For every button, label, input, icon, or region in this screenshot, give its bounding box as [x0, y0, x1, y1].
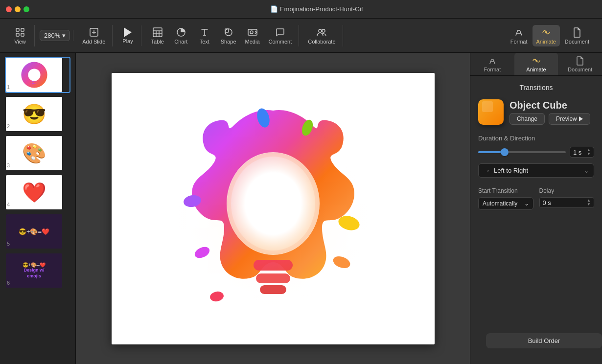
document-tab-button[interactable]: Document	[561, 25, 593, 46]
svg-rect-2	[16, 33, 19, 36]
transition-buttons: Change Preview	[509, 113, 590, 125]
toolbar-panel-group: Format Animate Document	[504, 25, 596, 46]
title-file-icon: 📄	[270, 5, 280, 13]
text-label: Text	[200, 39, 209, 45]
close-button[interactable]	[6, 6, 12, 12]
delay-value[interactable]: 0 s ▲ ▼	[539, 197, 595, 208]
add-slide-button[interactable]: Add Slide	[78, 25, 109, 46]
slider-thumb[interactable]	[501, 148, 509, 156]
title-bar: 📄 Emojination-Product-Hunt-Gif	[0, 0, 602, 19]
build-order-button[interactable]: Build Order	[486, 333, 602, 348]
animate-tab-button[interactable]: Animate	[533, 25, 560, 46]
transition-name: Object Cube	[509, 100, 590, 111]
maximize-button[interactable]	[23, 6, 29, 12]
view-label: View	[14, 39, 26, 45]
play-button[interactable]: Play	[117, 25, 138, 46]
duration-stepper[interactable]: ▲ ▼	[587, 148, 591, 156]
play-icon	[124, 27, 132, 37]
format-tab-label: Format	[484, 67, 501, 72]
document-tab-label: Document	[568, 67, 592, 72]
slide-num-3: 3	[5, 162, 10, 168]
slide-thumb-5[interactable]: 😎+🎨=❤️ 5	[5, 213, 70, 250]
stepper-down-icon[interactable]: ▼	[587, 152, 591, 156]
toolbar-zoom-group: 280% ▾	[37, 30, 73, 41]
preview-button[interactable]: Preview	[549, 113, 590, 125]
collaborate-button[interactable]: Collaborate	[304, 25, 339, 46]
direction-arrow-icon: →	[484, 167, 490, 174]
svg-point-19	[319, 29, 322, 32]
duration-value[interactable]: 1 s ▲ ▼	[570, 147, 594, 158]
animate-tab[interactable]: Animate	[514, 53, 558, 75]
svg-point-20	[322, 29, 325, 32]
chart-button[interactable]: Chart	[170, 25, 192, 46]
start-col: Start Transition Automatically ⌄	[478, 187, 533, 210]
slide-thumb-1[interactable]: 1	[5, 57, 70, 93]
animate-tab-label: Animate	[526, 67, 546, 72]
format-label: Format	[510, 39, 528, 45]
table-label: Table	[151, 39, 164, 45]
svg-rect-0	[16, 28, 19, 31]
transition-preview: Object Cube Change Preview	[478, 99, 594, 125]
svg-point-22	[545, 31, 547, 33]
svg-rect-36	[254, 260, 293, 271]
document-tab[interactable]: Document	[558, 53, 602, 75]
svg-rect-25	[32, 81, 37, 83]
media-button[interactable]: Media	[241, 25, 264, 46]
duration-slider[interactable]	[478, 148, 566, 156]
start-delay-row: Start Transition Automatically ⌄ Delay 0…	[478, 187, 594, 210]
add-slide-label: Add Slide	[82, 39, 105, 45]
media-label: Media	[245, 39, 260, 45]
window-title: 📄 Emojination-Product-Hunt-Gif	[37, 5, 596, 13]
change-button[interactable]: Change	[509, 113, 545, 125]
canvas-area	[76, 53, 470, 364]
toolbar-play-group: Play	[115, 25, 141, 46]
panel-content: Transitions Object Cube Change Preview	[470, 76, 602, 321]
panel-tabs: Format Animate Document	[470, 53, 602, 76]
svg-rect-38	[260, 285, 286, 294]
collaborate-label: Collaborate	[308, 39, 335, 45]
shape-label: Shape	[221, 39, 236, 45]
direction-dropdown[interactable]: → Left to Right ⌄	[478, 163, 594, 178]
slide-thumb-4[interactable]: ❤️ 4	[5, 174, 70, 210]
svg-point-18	[250, 31, 253, 34]
slide-num-1: 1	[5, 84, 10, 90]
slide-num-5: 5	[5, 241, 10, 247]
slide-panel: 1 😎 2 🎨 3 ❤️ 4 😎+🎨=❤️ 5 😎+🎨=❤️ Design w/…	[0, 53, 76, 364]
chevron-down-icon: ⌄	[584, 167, 589, 174]
start-label: Start Transition	[478, 187, 533, 194]
toolbar-add-group: Add Slide	[75, 25, 113, 46]
slide-thumb-6[interactable]: 😎+🎨=❤️ Design w/emojis 6	[5, 252, 70, 289]
start-chevron-icon: ⌄	[524, 200, 529, 207]
toolbar-insert-group: Table Chart Text Shape	[143, 25, 300, 46]
document-label: Document	[565, 39, 589, 45]
text-button[interactable]: Text	[193, 25, 216, 46]
duration-section-label: Duration & Direction	[478, 135, 594, 142]
delay-col: Delay 0 s ▲ ▼	[539, 187, 595, 210]
minimize-button[interactable]	[15, 6, 21, 12]
slide-num-2: 2	[5, 123, 10, 129]
svg-rect-7	[153, 28, 162, 37]
delay-stepper-down-icon[interactable]: ▼	[587, 203, 591, 206]
comment-button[interactable]: Comment	[265, 25, 296, 46]
shape-button[interactable]: Shape	[217, 25, 240, 46]
right-panel: Format Animate Document Transitions	[470, 53, 602, 364]
start-dropdown[interactable]: Automatically ⌄	[478, 197, 533, 210]
toolbar-view-group: View	[6, 25, 35, 46]
slide-thumb-3[interactable]: 🎨 3	[5, 135, 70, 171]
format-tab-button[interactable]: Format	[507, 25, 532, 46]
format-tab[interactable]: Format	[470, 53, 514, 75]
slide-thumb-2[interactable]: 😎 2	[5, 96, 70, 132]
table-button[interactable]: Table	[146, 25, 169, 46]
svg-point-41	[535, 60, 537, 62]
svg-rect-26	[32, 83, 37, 85]
play-label: Play	[122, 38, 133, 44]
animate-label: Animate	[536, 39, 556, 45]
slide-canvas	[112, 73, 435, 344]
delay-stepper[interactable]: ▲ ▼	[587, 199, 591, 206]
svg-rect-37	[256, 273, 290, 283]
slide-num-6: 6	[5, 280, 10, 286]
zoom-control[interactable]: 280% ▾	[40, 30, 70, 41]
toolbar-collaborate-group: Collaborate	[301, 25, 343, 46]
svg-rect-1	[21, 28, 24, 31]
view-button[interactable]: View	[9, 25, 31, 46]
